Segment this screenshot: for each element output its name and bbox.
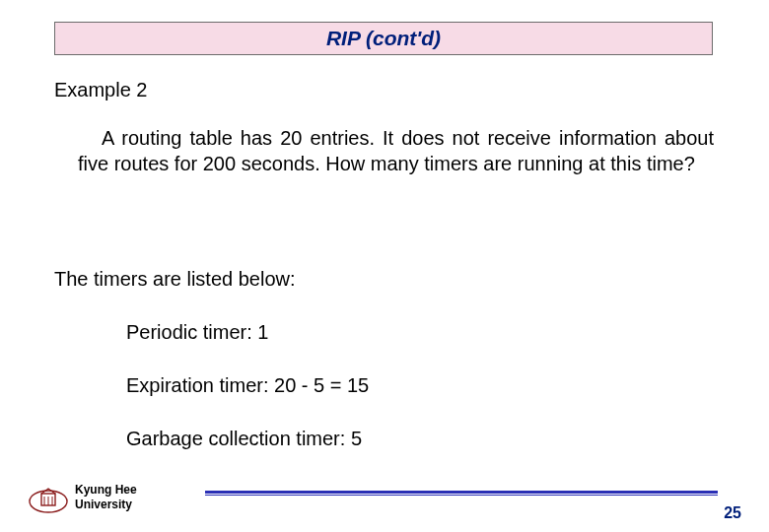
slide-title: RIP (cont'd) bbox=[326, 27, 441, 50]
footer-divider bbox=[205, 491, 718, 496]
garbage-timer-line: Garbage collection timer: 5 bbox=[126, 428, 362, 450]
answer-intro: The timers are listed below: bbox=[54, 268, 296, 291]
expiration-timer-line: Expiration timer: 20 - 5 = 15 bbox=[126, 374, 369, 397]
university-name: Kyung Hee University bbox=[75, 483, 137, 512]
page-number: 25 bbox=[724, 504, 741, 522]
university-line-2: University bbox=[75, 498, 132, 511]
university-line-1: Kyung Hee bbox=[75, 483, 137, 497]
question-text: A routing table has 20 entries. It does … bbox=[78, 126, 714, 176]
university-logo bbox=[28, 486, 69, 513]
title-bar: RIP (cont'd) bbox=[54, 22, 713, 55]
example-label: Example 2 bbox=[54, 79, 148, 101]
periodic-timer-line: Periodic timer: 1 bbox=[126, 321, 269, 344]
